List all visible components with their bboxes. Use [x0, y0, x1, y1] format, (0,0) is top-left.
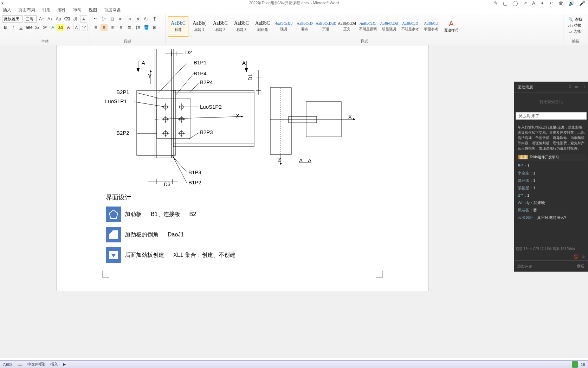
style-item[interactable]: AaBb(标题 1	[189, 16, 209, 37]
technical-drawing: D2 A A B1P1 B1P4 B2P4 B2P1 LuoS1P1 LuoS1…	[102, 49, 355, 190]
underline-icon[interactable]: U	[18, 24, 24, 31]
status-language[interactable]: 中文(中国)	[27, 362, 45, 367]
undo-icon[interactable]: ↶	[549, 0, 554, 6]
style-item[interactable]: AaBbCcDd强调	[273, 16, 294, 37]
status-insert-mode[interactable]: 插入	[50, 362, 58, 367]
tab-layout[interactable]: 页面布局	[18, 7, 35, 13]
chat-min-icon[interactable]: ▭	[574, 84, 578, 90]
arrow-icon[interactable]: ↗	[523, 0, 527, 6]
style-item[interactable]: AaBbCcD.不明显强调	[358, 16, 378, 37]
status-word-count[interactable]: 7,605	[3, 362, 13, 367]
indent-left-icon[interactable]: ⇤	[117, 15, 124, 23]
doc-line-1: 加劲板 B1、连接板 B2	[106, 207, 379, 222]
ime-badge-icon[interactable]	[572, 361, 578, 368]
borders-icon[interactable]: ⊞	[151, 24, 158, 31]
font-name-combo[interactable]: 微软雅黑	[2, 15, 22, 23]
clear-format-icon[interactable]: ⌫	[63, 15, 70, 23]
justify-icon[interactable]: ≡	[117, 24, 124, 31]
select-button[interactable]: ▭选择	[568, 29, 583, 34]
style-item[interactable]: AaBbCcD不明显参考	[400, 16, 420, 37]
ribbon-group-paragraph: •≡ 1≡ ⊟ ⇤ ⇥ ✕ A↓ ¶ ≡ ≡ ≡ ≡ ≣ ‡≡ 🪣 ⊞ 段落	[90, 14, 166, 45]
tab-references[interactable]: 引用	[42, 7, 51, 13]
chat-block-icon[interactable]: 🚫	[574, 254, 579, 259]
grow-font-icon[interactable]: A↑	[38, 15, 45, 23]
style-item[interactable]: AaBbCcI明显参考	[421, 16, 441, 37]
style-item[interactable]: AaBbC标题	[168, 16, 188, 37]
label-a2: A	[242, 60, 246, 66]
sort-icon[interactable]: A↓	[143, 15, 150, 23]
style-item[interactable]: AaBbCcDd正文	[337, 16, 357, 37]
chat-input[interactable]	[514, 261, 573, 272]
chat-body[interactable]: 年入打赏礼物或进行直播/连麦，禁止主播诱导观众私下交易。直播及连麦时禁止出现违法…	[514, 121, 588, 245]
shading-icon[interactable]: 🪣	[143, 24, 150, 31]
font-size-combo[interactable]: 三号	[24, 15, 37, 23]
svg-marker-57	[109, 210, 118, 218]
tab-insert[interactable]: 插入	[3, 7, 11, 13]
highlight-icon[interactable]: ab	[57, 24, 64, 31]
square-icon[interactable]: ▢	[503, 0, 508, 6]
phonetic-icon[interactable]: 拼	[72, 15, 79, 23]
strike-icon[interactable]: abc	[26, 24, 32, 31]
style-item[interactable]: AaBbC标题 3	[231, 16, 252, 37]
replace-button[interactable]: ab替换	[568, 23, 583, 28]
chat-expand-icon[interactable]: ⛶	[581, 84, 584, 90]
align-center-icon[interactable]: ≡	[101, 24, 108, 31]
char-shading-icon[interactable]: A	[73, 24, 80, 31]
gift-area: 暂无观众送礼	[514, 93, 588, 111]
superscript-icon[interactable]: x²	[42, 24, 48, 31]
change-styles-button[interactable]: A 更改样式	[441, 15, 461, 37]
circle-icon[interactable]: ◯	[512, 0, 518, 6]
align-right-icon[interactable]: ≡	[109, 24, 116, 31]
tab-baidu[interactable]: 百度网盘	[104, 7, 121, 13]
bold-icon[interactable]: B	[2, 24, 8, 31]
font-color-icon[interactable]: A	[65, 24, 72, 31]
pentagon-icon	[106, 207, 121, 222]
text-a-icon[interactable]: A	[532, 0, 535, 6]
label-a1: A	[142, 60, 145, 66]
select-icon: ▭	[568, 29, 572, 34]
style-item[interactable]: AaBbCcDdE页眉	[316, 16, 336, 37]
bullets-icon[interactable]: •≡	[92, 15, 99, 23]
chat-pin-icon[interactable]: ⊙	[568, 84, 571, 90]
chat-message: B**：1	[516, 162, 586, 170]
chat-message: 汤福星：1	[516, 184, 586, 192]
style-item[interactable]: AaBbC副标题	[252, 16, 273, 37]
qat-menu-icon[interactable]: ▾	[1, 1, 6, 5]
italic-icon[interactable]: I	[10, 24, 16, 31]
enclose-char-icon[interactable]: A	[80, 15, 87, 23]
subscript-icon[interactable]: x₂	[34, 24, 40, 31]
document-area[interactable]: D2 A A B1P1 B1P4 B2P4 B2P1 LuoS1P1 LuoS1…	[0, 45, 588, 358]
tab-review[interactable]: 审阅	[73, 7, 82, 13]
tab-mailings[interactable]: 邮件	[58, 7, 66, 13]
sparkle-icon[interactable]: ✦	[540, 0, 544, 6]
status-macro-icon[interactable]: ▶	[63, 362, 66, 367]
styles-gallery[interactable]: AaBbC标题AaBb(标题 1AaBbC标题 2AaBbC标题 3AaBbC副…	[168, 15, 441, 37]
numbering-icon[interactable]: 1≡	[101, 15, 108, 23]
trash-icon[interactable]: 🗑	[558, 0, 563, 6]
style-item[interactable]: AaBbC标题 2	[210, 16, 231, 37]
find-button[interactable]: 🔍查找	[568, 17, 583, 22]
distribute-icon[interactable]: ≣	[126, 24, 133, 31]
style-item[interactable]: AaBbCcD要点	[295, 16, 315, 37]
show-marks-icon[interactable]: ¶	[151, 15, 158, 23]
change-case-icon[interactable]: Aa	[55, 15, 62, 23]
multilevel-icon[interactable]: ⊟	[109, 15, 116, 23]
svg-line-36	[155, 116, 243, 119]
line-spacing-icon[interactable]: ‡≡	[134, 24, 141, 31]
tab-view[interactable]: 视图	[89, 7, 97, 13]
status-zoom[interactable]: 16	[581, 362, 585, 367]
mic-icon[interactable]: 🎤	[579, 0, 585, 6]
chat-send-button[interactable]: 发送	[573, 261, 588, 272]
shrink-font-icon[interactable]: A↓	[46, 15, 53, 23]
chat-emoji-icon[interactable]: ☺	[581, 254, 585, 259]
text-effects-icon[interactable]: A	[50, 24, 56, 31]
status-spell-icon[interactable]: 📖	[18, 362, 22, 367]
label-b1p4: B1P4	[194, 70, 207, 76]
style-item[interactable]: AaBbCcDd明显强调	[379, 16, 399, 37]
asian-layout-icon[interactable]: ✕	[134, 15, 141, 23]
char-border-icon[interactable]: 字	[81, 24, 88, 31]
pencil-icon[interactable]: ✎	[494, 0, 498, 6]
align-left-icon[interactable]: ≡	[92, 24, 99, 31]
indent-right-icon[interactable]: ⇥	[126, 15, 133, 23]
sound-icon[interactable]: 🔊	[568, 0, 574, 6]
